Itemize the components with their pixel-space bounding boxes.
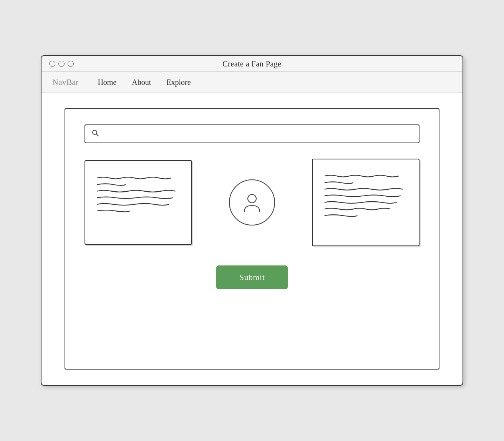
navbar: NavBar Home About Explore [41,72,463,93]
middle-section [85,159,419,246]
nav-link-home[interactable]: Home [98,78,116,87]
right-card-content [320,169,411,236]
browser-window: Create a Fan Page NavBar Home About Expl… [41,55,463,386]
nav-link-about[interactable]: About [132,78,151,87]
left-card-content [93,171,184,234]
search-bar [85,124,419,143]
avatar-container [204,179,300,225]
main-content: Submit [41,93,463,385]
submit-button[interactable]: Submit [216,265,288,289]
search-icon [91,129,99,139]
search-bar-wrapper [85,124,419,143]
navbar-brand: NavBar [52,77,78,87]
window-controls [49,61,74,67]
right-text-card [312,159,419,246]
submit-wrapper: Submit [85,265,419,289]
window-title: Create a Fan Page [222,60,281,68]
search-input[interactable] [103,131,413,138]
svg-line-1 [96,134,99,136]
title-bar: Create a Fan Page [41,56,463,72]
avatar-circle [229,179,275,225]
user-avatar-icon [240,190,264,215]
window-close-btn[interactable] [49,61,55,67]
left-text-card [85,160,192,245]
window-minimize-btn[interactable] [58,61,65,67]
window-maximize-btn[interactable] [68,61,74,67]
nav-link-explore[interactable]: Explore [166,78,191,87]
svg-point-2 [248,194,256,203]
page-container: Submit [65,108,439,370]
